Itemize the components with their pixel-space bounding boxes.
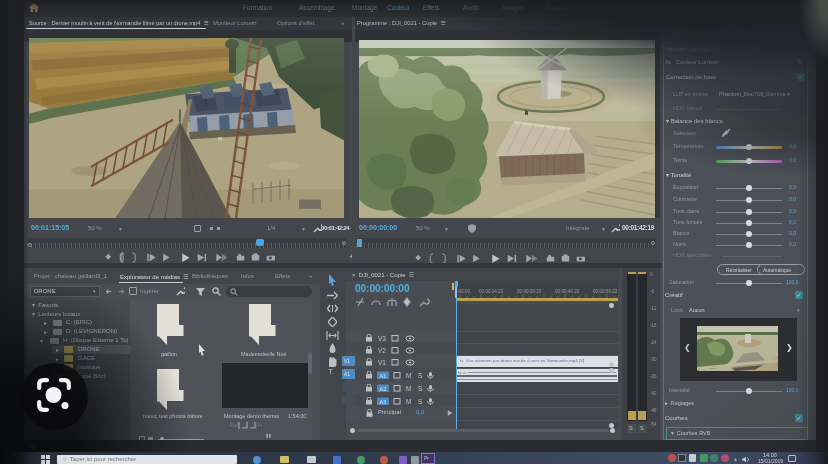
svg-text:A3: A3 <box>380 399 387 405</box>
svg-text:V2: V2 <box>378 347 386 354</box>
svg-text:M: M <box>406 385 411 392</box>
svg-text:M: M <box>406 398 411 405</box>
svg-text:M: M <box>406 372 411 379</box>
svg-text:V1: V1 <box>378 359 386 366</box>
svg-text:S: S <box>418 372 423 379</box>
svg-text:V3: V3 <box>378 335 386 342</box>
svg-text:S: S <box>418 398 423 405</box>
svg-text:A2: A2 <box>380 386 387 392</box>
svg-text:A1: A1 <box>380 373 387 379</box>
svg-text:S: S <box>418 385 423 392</box>
